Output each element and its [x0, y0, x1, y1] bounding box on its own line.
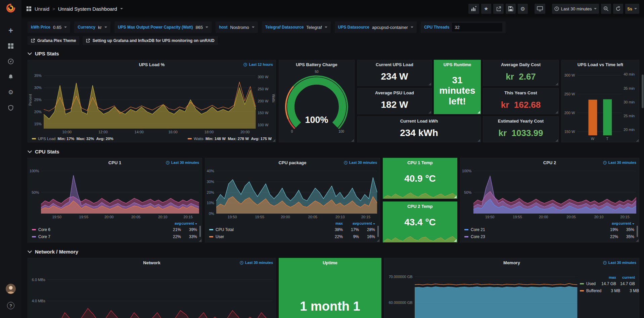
sidebar-item-help[interactable]: ? — [4, 299, 17, 312]
variable-ups-datasource[interactable]: UPS Datasource apcupsd-container — [335, 21, 417, 33]
sidebar-item-dashboards[interactable] — [4, 39, 17, 53]
panel-title[interactable]: CPU package — [278, 160, 306, 165]
panel-title[interactable]: CPU 1 — [108, 160, 121, 165]
series-name[interactable]: Buffered — [586, 288, 601, 293]
variable-kwh-price[interactable]: kWh Price 0.65 — [28, 21, 70, 33]
panel-title[interactable]: CPU 2 Temp — [407, 204, 433, 209]
ups-load-vs-time-chart[interactable]: 300 W250 W200 W150 W40 min35 min30 min25… — [562, 69, 639, 142]
sidebar-item-alerting[interactable] — [4, 70, 17, 84]
series-swatch — [580, 290, 584, 291]
panel-resize-handle[interactable] — [454, 239, 457, 242]
grafana-logo[interactable] — [6, 3, 15, 13]
series-name[interactable]: UPS Load — [38, 137, 55, 141]
panel-title[interactable]: Current UPS Load — [376, 62, 413, 67]
series-name[interactable]: Used — [586, 281, 596, 286]
star-button[interactable]: ★ — [481, 4, 491, 14]
panel-resize-handle[interactable] — [477, 111, 480, 113]
legend-scrollbar[interactable] — [377, 226, 379, 237]
cpu1-chart[interactable]: 100%50%19:5019:5520:0020:0520:1020:15 — [28, 167, 202, 220]
save-button[interactable] — [506, 4, 516, 14]
panel-title[interactable]: Memory — [503, 260, 520, 265]
panel-resize-handle[interactable] — [273, 139, 275, 142]
section-network-memory[interactable]: Network / Memory — [28, 246, 639, 257]
panel-title[interactable]: Estimated Yearly Cost — [498, 119, 544, 124]
dashboard-link-ups-guide[interactable]: Setting up Grafana and InfluxDB for UPS … — [83, 36, 218, 45]
memory-chart[interactable]: 70.000000 GB60.000000 GB50.000000 GB — [384, 267, 580, 318]
ups-load-chart[interactable]: 35%30%25%20%15%300 W250 W200 W150 W100 W… — [28, 69, 276, 135]
series-name[interactable]: Core 21 — [471, 227, 485, 232]
variable-telegraf-datasource[interactable]: Telegraf Datasource Telegraf — [262, 21, 331, 33]
legend-sort-current[interactable]: current — [181, 221, 197, 225]
panel-title[interactable]: CPU 1 Temp — [407, 160, 433, 165]
panel-resize-handle[interactable] — [377, 239, 379, 242]
scrollbar-thumb[interactable] — [642, 75, 644, 108]
panel-title[interactable]: UPS Load % — [139, 62, 165, 67]
series-name[interactable]: Core 6 — [38, 227, 50, 232]
panel-resize-handle[interactable] — [454, 195, 457, 198]
variable-host[interactable]: host Nostromo — [216, 21, 258, 33]
network-chart[interactable]: 6.0 MBs4.0 MBs2.0 MBs — [28, 267, 276, 318]
panel-title[interactable]: Average PSU Load — [375, 90, 414, 95]
panel-title[interactable]: Uptime — [323, 260, 337, 265]
panel-resize-handle[interactable] — [351, 139, 354, 142]
panel-resize-handle[interactable] — [636, 239, 639, 242]
panel-resize-handle[interactable] — [428, 83, 431, 85]
panel-resize-handle[interactable] — [199, 239, 201, 242]
dashboard-caret-icon[interactable] — [120, 8, 123, 9]
series-name[interactable]: CPU Total — [216, 227, 234, 232]
user-avatar[interactable] — [6, 284, 16, 294]
legend-sort-current[interactable]: current — [359, 221, 375, 225]
sidebar-item-create[interactable]: + — [4, 24, 17, 37]
sidebar-item-server-admin[interactable] — [4, 101, 17, 115]
cpu-package-chart[interactable]: 40%30%20%10%0%19:5019:5520:0020:0520:102… — [205, 167, 380, 220]
legend-sort-avg[interactable]: avg — [602, 221, 618, 225]
breadcrumb-app[interactable]: Unraid — [35, 6, 49, 12]
panel-resize-handle[interactable] — [477, 139, 480, 142]
series-name[interactable]: Core 7 — [38, 234, 50, 239]
battery-gauge[interactable]: 050100100% — [279, 69, 354, 142]
legend-sort-avg[interactable]: avg — [343, 221, 359, 225]
legend-sort-current[interactable]: current — [616, 275, 635, 279]
panel-title[interactable]: This Years Cost — [504, 90, 537, 95]
variable-ups-max-output[interactable]: UPS Max Output Power Capacity (Watt) 865 — [114, 21, 212, 33]
cpu2-chart[interactable]: 100%50%19:5019:5520:0020:0520:1020:15 — [460, 167, 639, 220]
panel-title[interactable]: Current Load kWh — [400, 119, 438, 124]
zoom-out-button[interactable] — [601, 4, 611, 14]
panel-resize-handle[interactable] — [555, 83, 558, 85]
legend-sort-avg[interactable]: avg — [165, 221, 181, 225]
share-button[interactable] — [493, 4, 504, 14]
cpu-threads-input[interactable] — [452, 23, 502, 32]
refresh-interval-picker[interactable]: 5s — [625, 4, 639, 14]
time-range-picker[interactable]: Last 30 minutes — [552, 4, 599, 14]
section-ups-stats[interactable]: UPS Stats — [28, 48, 639, 58]
sidebar-item-explore[interactable] — [4, 55, 17, 68]
dashboard-link-plex-theme[interactable]: Grafana Plex Theme — [28, 36, 79, 45]
panel-resize-handle[interactable] — [636, 139, 639, 142]
panel-resize-handle[interactable] — [555, 111, 558, 113]
legend-sort-current[interactable]: current — [618, 221, 634, 225]
series-name[interactable]: Watts — [194, 137, 203, 141]
page-scrollbar[interactable] — [641, 17, 644, 318]
dashboard-settings-button[interactable]: ⚙ — [518, 4, 528, 14]
series-name[interactable]: User — [216, 234, 224, 239]
variable-currency[interactable]: Currency kr — [74, 21, 110, 33]
tv-mode-button[interactable] — [535, 4, 545, 14]
panel-resize-handle[interactable] — [555, 139, 558, 142]
panel-title[interactable]: Network — [143, 260, 160, 265]
panel-title[interactable]: UPS Battery Charge — [296, 62, 337, 67]
panel-resize-handle[interactable] — [428, 111, 431, 113]
legend-scrollbar[interactable] — [199, 226, 201, 237]
section-cpu-stats[interactable]: CPU Stats — [28, 146, 639, 156]
add-panel-button[interactable] — [468, 4, 479, 14]
breadcrumb-dashboard-title[interactable]: Unraid System Dashboard — [58, 6, 117, 12]
legend-scrollbar[interactable] — [637, 226, 638, 237]
refresh-button[interactable] — [613, 4, 623, 14]
panel-title[interactable]: UPS Runtime — [444, 62, 471, 67]
sidebar-item-configuration[interactable]: ⚙ — [4, 86, 17, 99]
panel-title[interactable]: Average Daily Cost — [501, 62, 541, 67]
legend-sort-max[interactable]: max — [597, 275, 616, 279]
panel-title[interactable]: UPS Load vs Time left — [578, 62, 623, 67]
legend-sort-max[interactable]: max — [327, 221, 343, 225]
panel-title[interactable]: CPU 2 — [543, 160, 556, 165]
series-name[interactable]: Core 23 — [471, 234, 485, 239]
